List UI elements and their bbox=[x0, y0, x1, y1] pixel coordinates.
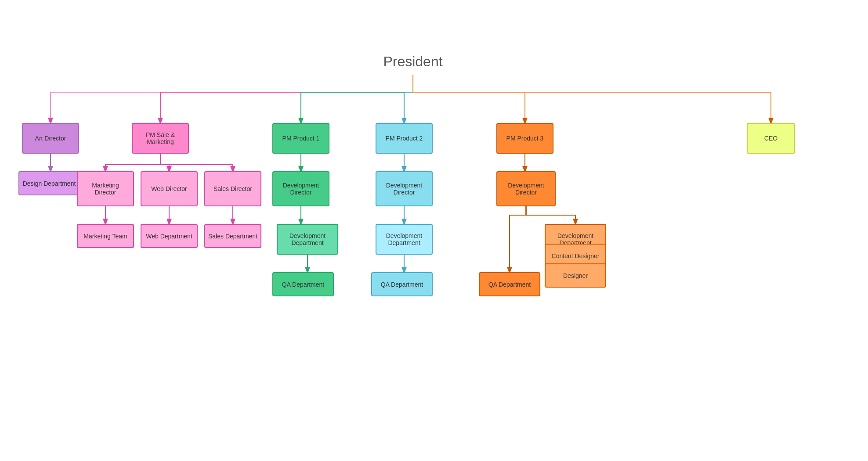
web-director-node: Web Director bbox=[141, 171, 198, 206]
qa-department3-node: QA Department bbox=[479, 272, 540, 296]
art-director-node: Art Director bbox=[22, 123, 79, 154]
pm-product2-node: PM Product 2 bbox=[376, 123, 433, 154]
qa-department2-node: QA Department bbox=[371, 272, 433, 296]
pm-product1-node: PM Product 1 bbox=[272, 123, 329, 154]
web-department-node: Web Department bbox=[141, 224, 198, 248]
org-chart: President Art Director Design Department… bbox=[0, 0, 868, 461]
pm-product3-node: PM Product 3 bbox=[496, 123, 553, 154]
sales-department-node: Sales Department bbox=[204, 224, 261, 248]
dev-department2-node: Development Department bbox=[376, 224, 433, 255]
sales-director-node: Sales Director bbox=[204, 171, 261, 206]
dev-director3-node: Development Director bbox=[496, 171, 556, 206]
dev-department1-node: Development Department bbox=[277, 224, 338, 255]
designer-node: Designer bbox=[545, 263, 606, 288]
ceo-node: CEO bbox=[747, 123, 795, 154]
marketing-director-node: Marketing Director bbox=[77, 171, 134, 206]
design-department-node: Design Department bbox=[18, 171, 80, 195]
dev-director2-node: Development Director bbox=[376, 171, 433, 206]
marketing-team-node: Marketing Team bbox=[77, 224, 134, 248]
dev-director1-node: Development Director bbox=[272, 171, 329, 206]
president-node: President bbox=[369, 48, 457, 75]
qa-department1-node: QA Department bbox=[272, 272, 334, 296]
pm-sale-marketing-node: PM Sale & Marketing bbox=[132, 123, 189, 154]
